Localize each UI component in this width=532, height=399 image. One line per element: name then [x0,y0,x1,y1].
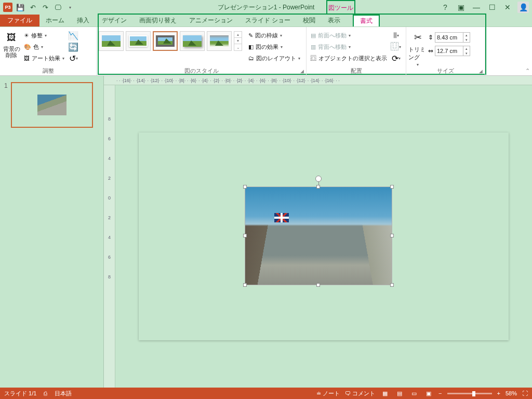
tab-format[interactable]: 書式 [353,15,380,26]
width-value: 12.7 cm [435,48,463,54]
picture-layout-button[interactable]: 🗂図のレイアウト▾ [246,53,302,63]
selected-picture[interactable] [245,187,392,285]
repeat-icon[interactable]: 🖵 [52,2,63,13]
tab-view[interactable]: 表示 [322,15,347,26]
app-icon: P3 [3,3,12,12]
style-item-2[interactable] [126,31,151,51]
qat-more-icon[interactable]: ▾ [64,2,76,13]
slide-thumbnail-1[interactable] [11,82,93,128]
notes-button[interactable]: ≐ ノート [316,390,340,397]
rotate-handle[interactable] [315,176,322,182]
close-icon[interactable]: ✕ [502,2,513,13]
change-picture-button[interactable]: 🔄 [68,42,79,52]
sorter-view-icon[interactable]: ▤ [395,390,404,397]
reset-picture-button[interactable]: ↺▾ [68,53,79,63]
remove-background-button[interactable]: 🖼 背景の 削除 [2,28,21,58]
color-button[interactable]: 🎨色▾ [22,42,66,52]
spin-down-icon[interactable]: ▾ [463,37,470,42]
picture-effects-button[interactable]: ◧図の効果▾ [246,42,302,52]
bring-forward-button[interactable]: ▤前面へ移動▾ [309,30,389,41]
comments-button[interactable]: 🗨 コメント [345,390,375,397]
send-backward-button[interactable]: ▥背面へ移動▾ [309,42,389,52]
width-input[interactable]: 12.7 cm ▴▾ [435,46,470,56]
redo-icon[interactable]: ↷ [39,2,51,13]
align-button[interactable]: ⫴▾ [390,30,402,41]
slideshow-view-icon[interactable]: ▣ [424,390,433,397]
normal-view-icon[interactable]: ▦ [380,390,390,397]
tab-design[interactable]: デザイン [96,15,133,26]
spin-up-icon[interactable]: ▴ [463,46,470,51]
spell-check-icon[interactable]: ⎙ [44,390,47,396]
resize-handle-tl[interactable] [243,185,247,189]
resize-handle-bm[interactable] [316,283,320,287]
sun-icon: ☀ [24,32,29,39]
canvas[interactable] [115,85,532,388]
resize-handle-br[interactable] [390,283,394,287]
selection-pane-button[interactable]: ⿴オブジェクトの選択と表示 [309,53,389,63]
zoom-slider[interactable] [447,393,492,394]
picture-border-button[interactable]: ✎図の枠線▾ [246,30,302,41]
ruler-tick: 0 [108,195,111,201]
height-input[interactable]: 8.43 cm ▴▾ [435,32,470,43]
gallery-down-icon[interactable]: ▾ [234,38,242,44]
artistic-effects-button[interactable]: 🖼アート効果▾ [22,53,66,63]
group-arrange: ▤前面へ移動▾ ▥背面へ移動▾ ⿴オブジェクトの選択と表示 ⫴▾ ⿶▾ ⟳▾ 配… [307,27,406,75]
group-button[interactable]: ⿶▾ [390,42,402,52]
bring-fwd-icon: ▤ [311,32,316,39]
tab-home[interactable]: ホーム [39,15,71,26]
styles-dialog-launcher[interactable]: ◢ [299,68,305,74]
tab-slideshow[interactable]: スライド ショー [239,15,297,26]
account-icon[interactable]: 👤 [517,2,529,13]
picture-content [245,187,392,285]
rotate-button[interactable]: ⟳▾ [390,53,402,63]
fit-to-window-icon[interactable]: ⛶ [522,390,528,396]
comments-label: コメント [352,390,375,396]
tab-review[interactable]: 校閲 [297,15,322,26]
group-picture-styles: ▴ ▾ ⌄ ✎図の枠線▾ ◧図の効果▾ 🗂図のレイアウト▾ 図のスタイル ◢ [97,27,307,75]
color-label: 色 [33,43,39,51]
tab-animation[interactable]: アニメーション [183,15,239,26]
horizontal-ruler: · · ·|16|· · ·|14|· · ·|12|· · ·|10|· · … [104,76,532,85]
tab-file[interactable]: ファイル [0,15,39,26]
crop-button[interactable]: ✂ トリミング ▾ [408,28,427,67]
tab-transition[interactable]: 画面切り替え [133,15,183,26]
zoom-value[interactable]: 58% [506,390,517,396]
resize-handle-tr[interactable] [390,185,394,189]
compress-picture-button[interactable]: 📉 [68,30,79,41]
corrections-button[interactable]: ☀修整▾ [22,30,66,41]
tab-insert[interactable]: 挿入 [71,15,96,26]
picture-style-gallery: ▴ ▾ ⌄ [99,28,242,51]
gallery-up-icon[interactable]: ▴ [234,32,242,38]
undo-icon[interactable]: ↶ [27,2,38,13]
minimize-icon[interactable]: — [471,2,482,13]
resize-handle-mr[interactable] [390,234,394,237]
language-indicator[interactable]: 日本語 [55,390,72,397]
zoom-in-icon[interactable]: + [497,390,500,396]
reading-view-icon[interactable]: ▭ [409,390,419,397]
resize-handle-bl[interactable] [243,283,247,287]
thumbnail-row: 1 [4,82,99,128]
style-item-1[interactable] [99,31,124,51]
spin-down-icon[interactable]: ▾ [463,51,470,56]
help-icon[interactable]: ? [440,2,451,13]
style-item-3[interactable] [153,31,178,51]
resize-handle-tm[interactable] [316,185,320,189]
size-dialog-launcher[interactable]: ◢ [477,68,484,74]
slide[interactable] [139,132,509,340]
resize-handle-ml[interactable] [243,234,247,237]
notes-label: ノート [323,390,340,396]
style-item-4[interactable] [180,31,205,51]
ribbon-display-icon[interactable]: ▣ [455,2,467,13]
zoom-out-icon[interactable]: − [438,390,442,396]
zoom-knob[interactable] [472,391,475,396]
pencil-icon: ✎ [248,32,253,39]
spin-up-icon[interactable]: ▴ [463,33,470,37]
maximize-icon[interactable]: ☐ [486,2,498,13]
gallery-more-icon[interactable]: ⌄ [234,44,242,50]
save-icon[interactable]: 💾 [15,2,26,13]
style-item-5[interactable] [207,31,232,51]
ruler-tick: 4 [108,156,111,161]
collapse-ribbon-icon[interactable]: ⌃ [525,68,530,74]
picture-border-label: 図の枠線 [255,32,278,39]
crop-label: トリミング [408,46,427,61]
